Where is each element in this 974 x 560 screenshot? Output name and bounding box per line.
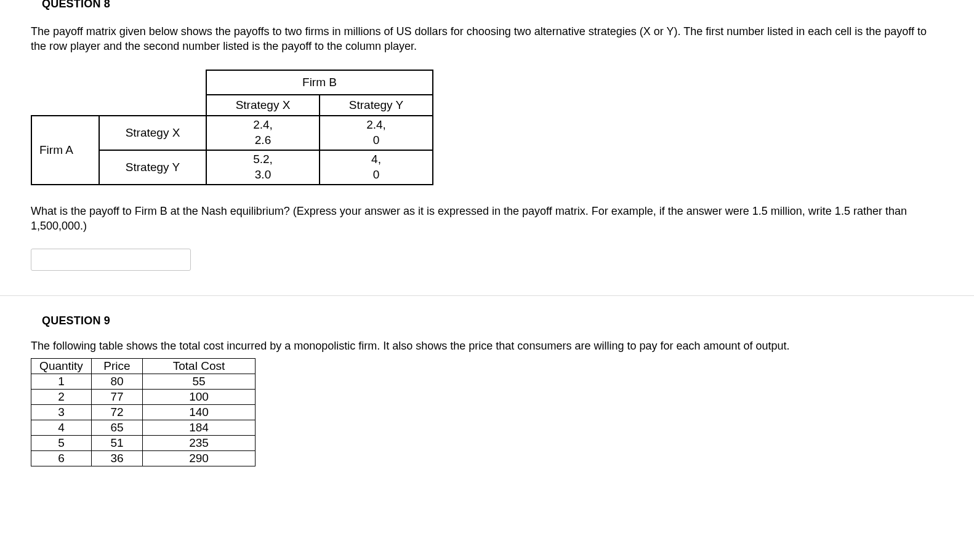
col-header-quantity: Quantity xyxy=(31,359,92,374)
payoff-value: 5.2, xyxy=(207,152,318,167)
cell-quantity: 6 xyxy=(31,451,92,466)
cell-quantity: 1 xyxy=(31,374,92,390)
answer-input[interactable] xyxy=(31,249,191,271)
col-header-price: Price xyxy=(92,359,143,374)
payoff-value: 2.4, xyxy=(321,118,432,133)
table-row: 1 80 55 xyxy=(31,374,256,390)
row-header-strategy-x: Strategy X xyxy=(99,116,206,150)
cell-price: 72 xyxy=(92,405,143,420)
cell-total-cost: 55 xyxy=(143,374,256,390)
cell-quantity: 3 xyxy=(31,405,92,420)
cell-quantity: 4 xyxy=(31,420,92,436)
payoff-matrix: Firm B Strategy X Strategy Y Firm A Stra… xyxy=(31,70,943,185)
col-header-total-cost: Total Cost xyxy=(143,359,256,374)
cell-price: 65 xyxy=(92,420,143,436)
row-header-strategy-y: Strategy Y xyxy=(99,150,206,185)
cell-quantity: 2 xyxy=(31,390,92,405)
payoff-value: 3.0 xyxy=(207,167,318,183)
table-row: 2 77 100 xyxy=(31,390,256,405)
cost-table: Quantity Price Total Cost 1 80 55 2 77 1… xyxy=(31,358,256,466)
cell-total-cost: 235 xyxy=(143,436,256,451)
question-8-prompt: What is the payoff to Firm B at the Nash… xyxy=(31,204,943,234)
table-row: 6 36 290 xyxy=(31,451,256,466)
payoff-value: 0 xyxy=(321,167,432,183)
question-8-heading: QUESTION 8 xyxy=(42,0,943,10)
payoff-cell-y-y: 4, 0 xyxy=(320,150,433,185)
payoff-value: 4, xyxy=(321,152,432,167)
table-row: 5 51 235 xyxy=(31,436,256,451)
table-header-row: Quantity Price Total Cost xyxy=(31,359,256,374)
payoff-cell-y-x: 5.2, 3.0 xyxy=(206,150,320,185)
cell-total-cost: 184 xyxy=(143,420,256,436)
firm-b-label: Firm B xyxy=(206,70,433,95)
question-9-heading: QUESTION 9 xyxy=(42,314,943,327)
question-9-intro: The following table shows the total cost… xyxy=(31,338,943,353)
payoff-value: 2.4, xyxy=(207,118,318,133)
payoff-value: 2.6 xyxy=(207,133,318,148)
col-header-strategy-y: Strategy Y xyxy=(320,95,433,116)
cell-total-cost: 140 xyxy=(143,405,256,420)
table-row: 4 65 184 xyxy=(31,420,256,436)
cell-quantity: 5 xyxy=(31,436,92,451)
cell-price: 77 xyxy=(92,390,143,405)
table-row: 3 72 140 xyxy=(31,405,256,420)
cell-price: 80 xyxy=(92,374,143,390)
payoff-value: 0 xyxy=(321,133,432,148)
payoff-cell-x-y: 2.4, 0 xyxy=(320,116,433,150)
section-divider xyxy=(0,295,974,296)
cell-price: 51 xyxy=(92,436,143,451)
payoff-cell-x-x: 2.4, 2.6 xyxy=(206,116,320,150)
question-8-intro: The payoff matrix given below shows the … xyxy=(31,24,943,54)
cell-price: 36 xyxy=(92,451,143,466)
cell-total-cost: 290 xyxy=(143,451,256,466)
firm-a-label: Firm A xyxy=(31,116,99,185)
col-header-strategy-x: Strategy X xyxy=(206,95,320,116)
cell-total-cost: 100 xyxy=(143,390,256,405)
